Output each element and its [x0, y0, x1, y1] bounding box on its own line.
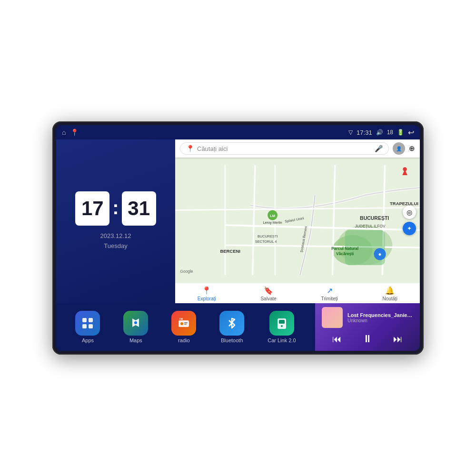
top-section: 17 : 31 2023.12.12 Tuesday 📍 — [56, 139, 420, 303]
map-header: 📍 Căutați aici 🎤 👤 ⊕ — [175, 139, 420, 158]
svg-rect-25 — [89, 324, 93, 328]
back-icon[interactable]: ↩ — [408, 128, 414, 137]
home-icon[interactable]: ⌂ — [62, 129, 66, 136]
map-search-placeholder: Căutați aici — [197, 145, 372, 152]
svg-text:BUCUREȘTI: BUCUREȘTI — [360, 216, 389, 221]
svg-rect-22 — [82, 318, 87, 322]
saved-icon: 🔖 — [264, 286, 273, 295]
music-thumbnail — [322, 307, 343, 328]
music-play-button[interactable]: ⏸ — [358, 331, 377, 347]
music-title: Lost Frequencies_Janieck Devy-... — [347, 312, 413, 318]
map-footer: 📍 Explorați 🔖 Salvate ↗ Trimiteți 🔔 — [175, 283, 420, 303]
news-icon: 🔔 — [385, 286, 395, 295]
bluetooth-icon-wrapper — [219, 311, 244, 336]
map-footer-saved[interactable]: 🔖 Salvate — [260, 286, 276, 301]
map-direction-btn[interactable]: ✦ — [403, 222, 416, 235]
music-next-button[interactable]: ⏭ — [389, 332, 407, 347]
carlink-icon-wrapper — [269, 311, 294, 336]
status-time: 17:31 — [357, 129, 372, 136]
bluetooth-label: Bluetooth — [221, 337, 243, 343]
radio-icon-wrapper: FM — [171, 311, 196, 336]
bottom-section: Apps Maps — [56, 303, 420, 351]
app-item-bluetooth[interactable]: Bluetooth — [219, 311, 244, 343]
clock-display: 17 : 31 — [75, 191, 156, 226]
map-footer-send[interactable]: ↗ Trimiteți — [321, 286, 338, 301]
svg-rect-27 — [178, 320, 189, 327]
volume-icon: 🔊 — [376, 129, 383, 136]
map-footer-explore[interactable]: 📍 Explorați — [198, 286, 216, 301]
svg-rect-23 — [89, 318, 93, 322]
clock-date: 2023.12.12 Tuesday — [100, 231, 131, 251]
maps-icon — [129, 317, 142, 330]
map-panel[interactable]: 📍 Căutați aici 🎤 👤 ⊕ — [175, 139, 420, 303]
status-right-info: ▽ 17:31 🔊 18 🔋 ↩ — [348, 128, 414, 137]
status-left-icons: ⌂ 📍 — [62, 129, 79, 136]
svg-rect-29 — [184, 322, 188, 323]
map-locate-btn[interactable]: ◎ — [403, 206, 416, 219]
maps-status-icon[interactable]: 📍 — [70, 129, 79, 136]
saved-label: Salvate — [260, 296, 276, 301]
clock-hour: 17 — [75, 191, 109, 226]
clock-colon: : — [112, 197, 119, 218]
signal-icon: ▽ — [348, 129, 353, 136]
music-text: Lost Frequencies_Janieck Devy-... Unknow… — [347, 312, 413, 323]
explore-label: Explorați — [198, 296, 216, 301]
battery-icon: 🔋 — [397, 129, 404, 136]
svg-point-34 — [281, 325, 283, 327]
device-frame: ⌂ 📍 ▽ 17:31 🔊 18 🔋 ↩ 17 : — [52, 121, 424, 355]
svg-text:Google: Google — [180, 269, 193, 274]
svg-text:Parcul Natural: Parcul Natural — [331, 246, 358, 251]
carlink-icon — [275, 317, 288, 330]
radio-label: radio — [178, 337, 189, 343]
apps-icon — [81, 317, 94, 330]
maps-icon-wrapper — [123, 311, 148, 336]
bluetooth-icon — [225, 317, 238, 330]
svg-rect-33 — [279, 320, 285, 324]
radio-icon: FM — [177, 317, 190, 330]
music-artist: Unknown — [347, 318, 413, 323]
svg-text:●: ● — [378, 251, 382, 257]
app-item-carlink[interactable]: Car Link 2.0 — [268, 311, 296, 343]
svg-text:Văcărești: Văcărești — [336, 251, 354, 256]
map-search-box[interactable]: 📍 Căutați aici 🎤 — [180, 142, 389, 155]
map-pin-icon: 📍 — [186, 145, 194, 152]
svg-text:JUDEȚUL ILFOV: JUDEȚUL ILFOV — [355, 224, 386, 228]
map-user-avatar[interactable]: 👤 — [393, 142, 405, 155]
map-footer-news[interactable]: 🔔 Noutăți — [382, 286, 397, 301]
svg-point-28 — [180, 322, 183, 325]
explore-icon: 📍 — [202, 286, 211, 295]
svg-rect-24 — [82, 324, 87, 328]
apps-label: Apps — [82, 337, 94, 343]
app-item-maps[interactable]: Maps — [123, 311, 148, 343]
send-label: Trimiteți — [321, 296, 338, 301]
status-bar: ⌂ 📍 ▽ 17:31 🔊 18 🔋 ↩ — [56, 125, 420, 139]
map-layers-icon[interactable]: ⊕ — [409, 144, 415, 153]
music-player: Lost Frequencies_Janieck Devy-... Unknow… — [315, 303, 420, 351]
svg-text:FM: FM — [179, 317, 183, 320]
music-thumb-image — [322, 307, 343, 328]
music-info: Lost Frequencies_Janieck Devy-... Unknow… — [322, 307, 413, 328]
send-icon: ↗ — [327, 286, 333, 295]
svg-point-21 — [403, 167, 407, 171]
carlink-label: Car Link 2.0 — [268, 337, 296, 343]
clock-panel: 17 : 31 2023.12.12 Tuesday — [56, 139, 175, 303]
volume-level: 18 — [387, 129, 393, 136]
main-content: 17 : 31 2023.12.12 Tuesday 📍 — [56, 139, 420, 351]
maps-label: Maps — [129, 337, 142, 343]
svg-text:LM: LM — [270, 214, 275, 218]
news-label: Noutăți — [382, 296, 397, 301]
map-mic-icon[interactable]: 🎤 — [375, 145, 383, 152]
music-prev-button[interactable]: ⏮ — [328, 332, 346, 347]
svg-text:BERCENI: BERCENI — [220, 248, 240, 254]
svg-text:BUCUREȘTI: BUCUREȘTI — [258, 234, 278, 238]
svg-text:SECTORUL 4: SECTORUL 4 — [255, 239, 277, 244]
app-icons-area: Apps Maps — [56, 303, 315, 351]
svg-rect-30 — [184, 324, 187, 325]
svg-text:Leroy Merlin: Leroy Merlin — [263, 220, 282, 225]
music-controls: ⏮ ⏸ ⏭ — [322, 331, 413, 347]
app-item-apps[interactable]: Apps — [75, 311, 100, 343]
map-svg: Parcul Natural Văcărești Splaiul Unirii … — [175, 158, 420, 283]
map-body[interactable]: Parcul Natural Văcărești Splaiul Unirii … — [175, 158, 420, 283]
svg-point-26 — [134, 321, 137, 324]
app-item-radio[interactable]: FM radio — [171, 311, 196, 343]
